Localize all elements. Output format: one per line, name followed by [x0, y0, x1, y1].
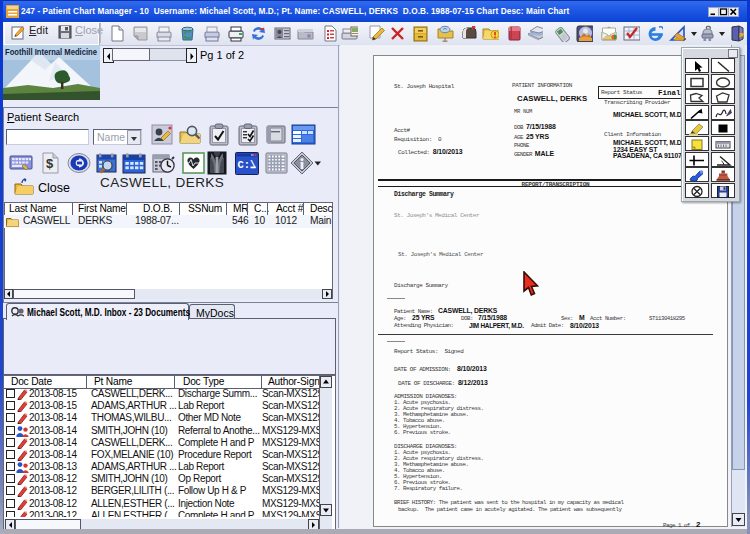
svg-text:Foothill Internal Medicine: Foothill Internal Medicine: [5, 47, 97, 57]
svg-text:$: $: [46, 156, 54, 171]
svg-text:C:\: C:\: [238, 159, 257, 171]
